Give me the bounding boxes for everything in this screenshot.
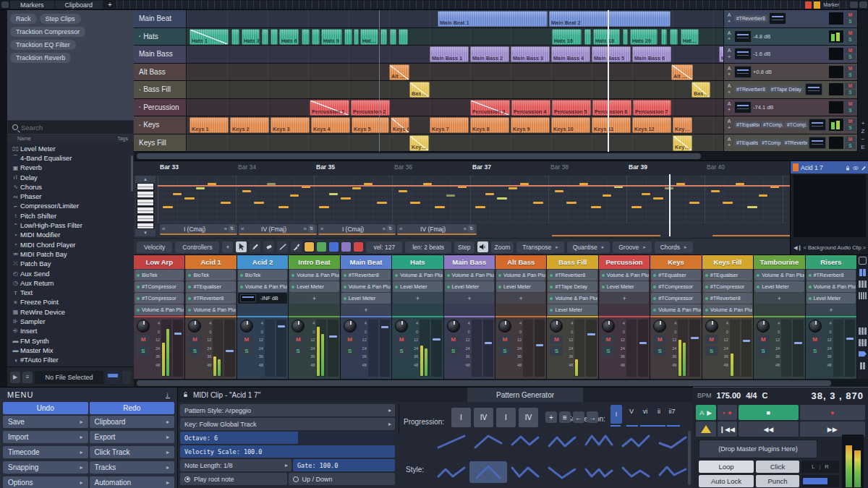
- track-lane[interactable]: Bas…Bas…: [187, 81, 723, 98]
- arp-style-option-13[interactable]: [617, 461, 655, 483]
- channel-solo-button[interactable]: S: [602, 346, 615, 356]
- note-length-menu[interactable]: Note Length: 1/8▸: [180, 459, 292, 471]
- clip[interactable]: Keys 5: [352, 117, 389, 133]
- gate-value[interactable]: Gate: 100.0: [293, 459, 395, 471]
- track-lane[interactable]: Main Bass 1Main Bass 2Main Bass 3Main Ba…: [187, 46, 723, 63]
- arrow-right-icon[interactable]: →: [587, 411, 598, 423]
- master-plugins-drop-area[interactable]: (Drop Master Plugins Here): [699, 440, 817, 458]
- add-plugin-button[interactable]: +: [341, 304, 391, 315]
- midi-note[interactable]: [329, 193, 338, 195]
- channel-solo-button[interactable]: S: [188, 346, 201, 356]
- channel-plugin-chip[interactable]: #TCompressor: [135, 281, 184, 292]
- pan-knob[interactable]: [602, 320, 615, 333]
- automation-add-column[interactable]: A+: [726, 119, 733, 131]
- pan-knob[interactable]: [137, 320, 150, 333]
- octave-value[interactable]: Octave: 6: [180, 432, 395, 444]
- add-plugin-button[interactable]: +: [754, 293, 804, 304]
- auto-lock-button[interactable]: Auto Lock: [699, 475, 754, 487]
- channel-fader[interactable]: [845, 320, 855, 377]
- clip[interactable]: [344, 29, 352, 45]
- track-header[interactable]: Keys Fill: [134, 134, 187, 152]
- clip[interactable]: Percussion 1: [310, 100, 349, 116]
- midi-note[interactable]: [319, 206, 329, 208]
- transport-info-bar[interactable]: BPM 175.00 4/4 C 38, 3 , 870: [693, 388, 868, 403]
- suggestion-chip-ii7[interactable]: ii7: [667, 408, 677, 415]
- track-db-value[interactable]: -74.1 dB: [753, 104, 773, 111]
- channel-fader-line[interactable]: [743, 340, 750, 342]
- track-lane[interactable]: Keys 1Keys 2Keys 3Keys 4Keys 5Keys 6Keys…: [187, 116, 723, 134]
- clip[interactable]: [661, 29, 667, 45]
- channel-plugin-chip[interactable]: Volume & Pan Plugin: [548, 293, 597, 304]
- plugin-enabled-dot[interactable]: [344, 297, 346, 300]
- channel-fader-line[interactable]: [485, 342, 492, 344]
- channel-plugin-chip[interactable]: Volume & Pan Plugin: [496, 270, 545, 281]
- midi-tab-+[interactable]: +: [222, 241, 233, 253]
- arp-style-option-3[interactable]: [506, 431, 544, 453]
- channel-plugin-chip[interactable]: BioTek: [186, 270, 235, 281]
- plugin-list-item[interactable]: ▬Master Mix: [7, 346, 134, 355]
- plugin-enabled-dot[interactable]: [137, 274, 140, 277]
- chord-stepper-icon[interactable]: ⇅: [387, 225, 393, 233]
- plugin-list-item[interactable]: ⌒4-Band Equaliser: [7, 153, 134, 163]
- clip[interactable]: Key…: [409, 135, 429, 151]
- clip[interactable]: Main Beat 1: [438, 11, 548, 27]
- channel-fader-line[interactable]: [536, 344, 543, 346]
- channel-plugin-chip[interactable]: #TEqualiser: [651, 270, 700, 281]
- keyboard-scroll-up[interactable]: ▲: [135, 176, 156, 183]
- plugin-enabled-dot[interactable]: [705, 309, 708, 312]
- plugin-enabled-dot[interactable]: [550, 297, 553, 300]
- channel-solo-button[interactable]: S: [653, 346, 666, 356]
- pan-knob[interactable]: [757, 320, 770, 333]
- clip[interactable]: [390, 29, 396, 45]
- clip[interactable]: Keys 12: [632, 117, 671, 133]
- clip[interactable]: [380, 29, 387, 45]
- plugin-list-item[interactable]: ı⌇Delay: [7, 173, 134, 182]
- channel-fader[interactable]: [535, 320, 545, 377]
- clip[interactable]: Keys 4: [311, 117, 350, 133]
- plugin-enabled-dot[interactable]: [550, 286, 553, 288]
- channel-mute-button[interactable]: M: [395, 335, 408, 344]
- channel-plugin-chip[interactable]: Level Meter: [445, 281, 494, 292]
- add-tab-button[interactable]: +: [103, 0, 116, 9]
- channel-plugin-chip[interactable]: BioTek: [238, 270, 287, 281]
- track-db-value[interactable]: -1.6 dB: [753, 51, 770, 57]
- midi-note[interactable]: [173, 193, 182, 195]
- channel-name[interactable]: Bass Fill: [547, 255, 597, 269]
- preview-volume-fader[interactable]: [106, 371, 120, 384]
- plugin-enabled-dot[interactable]: [344, 274, 346, 277]
- channel-solo-button[interactable]: S: [240, 346, 253, 356]
- arp-style-option-8[interactable]: [433, 461, 470, 483]
- plugin-list-item[interactable]: TText: [7, 288, 134, 297]
- note-color-swatch[interactable]: [317, 242, 326, 252]
- track-header[interactable]: Main Beat: [134, 10, 187, 27]
- track-plugin-chip[interactable]: #TReverber8: [734, 86, 767, 93]
- pan-knob[interactable]: [447, 320, 460, 333]
- rewind-button[interactable]: ◀◀: [739, 421, 799, 437]
- channel-mute-button[interactable]: M: [602, 335, 615, 344]
- channel-plugin-chip[interactable]: #TCompressor: [651, 293, 700, 304]
- chord-segment[interactable]: «IV (Fmaj)»⇅: [397, 224, 477, 235]
- clip[interactable]: Hats 6: [279, 29, 299, 45]
- note-color-swatch[interactable]: [305, 242, 314, 252]
- zoom-control-Z[interactable]: Z: [861, 128, 865, 134]
- lock-icon[interactable]: [845, 161, 851, 174]
- channel-plugin-chip[interactable]: Level Meter: [600, 281, 649, 292]
- channel-plugin-chip[interactable]: Volume & Pan Plugin: [651, 304, 700, 315]
- automation-add-column[interactable]: A+: [726, 83, 733, 95]
- timeline-marker-red[interactable]: [805, 1, 812, 9]
- channel-name[interactable]: Percussion: [599, 255, 650, 269]
- channel-fader[interactable]: [638, 320, 648, 377]
- track-header[interactable]: ▪Keys: [134, 116, 187, 134]
- pan-knob[interactable]: [395, 320, 408, 333]
- channel-solo-button[interactable]: S: [137, 346, 150, 356]
- velocity-value[interactable]: vel: 127: [366, 241, 402, 253]
- plugin-list-item[interactable]: ⚮MIDI Patch Bay: [7, 249, 134, 259]
- channel-name[interactable]: Keys Fill: [702, 255, 753, 269]
- piano-keys[interactable]: [137, 183, 154, 229]
- channel-plugin-chip[interactable]: Level Meter: [807, 293, 856, 304]
- menu-item-tracks[interactable]: Tracks▸: [90, 461, 175, 474]
- channel-plugin-chip[interactable]: BioTek: [135, 270, 184, 281]
- arp-style-option-11[interactable]: [543, 461, 581, 483]
- clip[interactable]: Hats 9: [321, 29, 342, 45]
- channel-fader[interactable]: [224, 320, 234, 377]
